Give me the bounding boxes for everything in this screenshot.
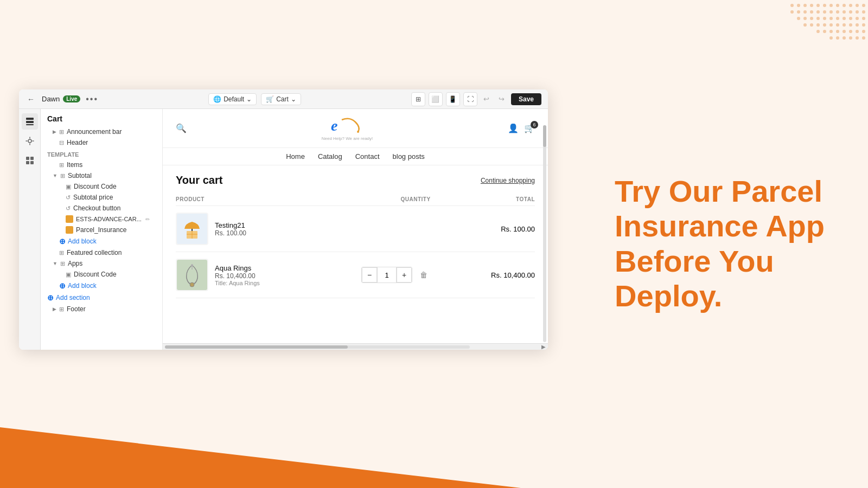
apps-icon[interactable] bbox=[22, 152, 38, 169]
horizontal-scrollbar: ▶ bbox=[163, 343, 548, 350]
cart-icon[interactable]: 🛒 6 bbox=[524, 123, 535, 133]
cart-dropdown[interactable]: 🛒 Cart ⌄ bbox=[261, 93, 301, 105]
svg-point-8 bbox=[843, 4, 846, 7]
sidebar-item-checkout-button[interactable]: ↺ Checkout button bbox=[41, 203, 162, 214]
svg-rect-59 bbox=[26, 118, 34, 120]
left-panel: Cart ▶ ⊞ Announcement bar ⊟ Header Templ… bbox=[41, 109, 163, 350]
sidebar-item-featured-collection[interactable]: ⊞ Featured collection bbox=[41, 247, 162, 258]
store-logo: e Need Help? We are ready! bbox=[322, 115, 373, 141]
sidebar-item-discount-code-subtotal[interactable]: ▣ Discount Code bbox=[41, 181, 162, 192]
svg-point-24 bbox=[797, 17, 800, 20]
add-section-button[interactable]: ⊕ Add section bbox=[41, 292, 162, 304]
store-icons: 👤 🛒 6 bbox=[508, 123, 535, 133]
svg-point-68 bbox=[357, 131, 359, 133]
cart-header: Your cart Continue shopping bbox=[176, 174, 535, 187]
sidebar-item-header[interactable]: ⊟ Header bbox=[41, 137, 162, 148]
h-scrollbar-thumb[interactable] bbox=[165, 345, 348, 349]
scrollbar-thumb[interactable] bbox=[543, 125, 546, 147]
account-icon[interactable]: 👤 bbox=[508, 123, 519, 133]
nav-link-blog[interactable]: blog posts bbox=[393, 152, 425, 160]
cart-item-details-aqua-rings: Aqua Rings Rs. 10,400.00 Title: Aqua Rin… bbox=[215, 264, 260, 286]
scroll-right-arrow[interactable]: ▶ bbox=[541, 344, 546, 350]
svg-point-1 bbox=[797, 4, 800, 7]
sidebar-item-announcement-bar[interactable]: ▶ ⊞ Announcement bar bbox=[41, 126, 162, 137]
qty-increase-button[interactable]: + bbox=[397, 267, 412, 282]
more-menu-button[interactable]: ••• bbox=[86, 94, 98, 104]
store-name-label: Dawn Live bbox=[42, 95, 80, 103]
settings-icon[interactable] bbox=[22, 133, 38, 149]
svg-rect-64 bbox=[30, 157, 34, 160]
svg-point-35 bbox=[803, 23, 807, 27]
sidebar-item-items[interactable]: ⊞ Items bbox=[41, 159, 162, 170]
sidebar-item-discount-code-apps[interactable]: ▣ Discount Code bbox=[41, 269, 162, 280]
chevron-down-icon: ▼ bbox=[53, 173, 58, 178]
cart-item-image-testing21 bbox=[176, 213, 208, 245]
item-price-aqua-rings: Rs. 10,400.00 bbox=[215, 272, 260, 280]
store-nav: 🔍 e Need Help? We are ready! 👤 bbox=[163, 109, 548, 148]
svg-point-26 bbox=[810, 17, 813, 20]
sidebar-item-subtotal-price[interactable]: ↺ Subtotal price bbox=[41, 192, 162, 203]
sidebar-item-parcel-insurance[interactable]: Parcel_Insurance bbox=[41, 224, 162, 235]
svg-point-15 bbox=[810, 10, 813, 14]
nav-link-catalog[interactable]: Catalog bbox=[318, 152, 342, 160]
store-preview: 🔍 e Need Help? We are ready! 👤 bbox=[163, 109, 548, 350]
delete-item-button[interactable]: 🗑 bbox=[420, 271, 427, 279]
item-total-aqua-rings: Rs. 10,400.00 bbox=[470, 271, 535, 279]
store-tagline: Need Help? We are ready! bbox=[322, 136, 373, 141]
svg-point-49 bbox=[843, 30, 846, 33]
nav-link-home[interactable]: Home bbox=[286, 152, 305, 160]
qty-input[interactable] bbox=[377, 267, 397, 282]
nav-link-contact[interactable]: Contact bbox=[355, 152, 380, 160]
cart-item-testing21: Testing21 Rs. 100.00 Rs. 100.00 bbox=[176, 206, 535, 252]
fullscreen-button[interactable]: ⛶ bbox=[463, 92, 477, 106]
announcement-bar-icon: ⊞ bbox=[59, 129, 64, 136]
svg-point-2 bbox=[803, 4, 807, 7]
sidebar-item-footer[interactable]: ▶ ⊞ Footer bbox=[41, 304, 162, 314]
qty-decrease-button[interactable]: − bbox=[362, 267, 377, 282]
svg-point-41 bbox=[843, 23, 846, 27]
redo-button[interactable]: ↪ bbox=[496, 93, 508, 105]
svg-rect-63 bbox=[26, 157, 29, 160]
svg-point-16 bbox=[816, 10, 820, 14]
search-icon[interactable]: 🔍 bbox=[176, 123, 187, 133]
svg-point-47 bbox=[829, 30, 833, 33]
svg-rect-65 bbox=[26, 161, 29, 164]
svg-point-53 bbox=[829, 36, 833, 40]
add-block-apps-button[interactable]: ⊕ Add block bbox=[41, 280, 162, 292]
plus-apps-icon: ⊕ bbox=[59, 281, 66, 290]
add-block-subtotal-button[interactable]: ⊕ Add block bbox=[41, 235, 162, 247]
mobile-view-button[interactable]: 📱 bbox=[446, 92, 460, 106]
svg-point-50 bbox=[849, 30, 852, 33]
svg-point-43 bbox=[856, 23, 859, 27]
svg-point-10 bbox=[856, 4, 859, 7]
svg-point-57 bbox=[856, 36, 859, 40]
chevron-right-icon: ▶ bbox=[53, 129, 56, 134]
svg-point-39 bbox=[829, 23, 833, 27]
save-button[interactable]: Save bbox=[511, 93, 541, 105]
svg-point-3 bbox=[810, 4, 813, 7]
undo-button[interactable]: ↩ bbox=[481, 93, 493, 105]
svg-point-7 bbox=[836, 4, 839, 7]
svg-point-22 bbox=[856, 10, 859, 14]
panel-title: Cart bbox=[41, 109, 162, 126]
default-dropdown[interactable]: 🌐 Default ⌄ bbox=[208, 93, 257, 105]
back-button[interactable]: ← bbox=[25, 94, 36, 105]
desktop-view-button[interactable]: ⊞ bbox=[411, 92, 425, 106]
svg-point-34 bbox=[862, 17, 865, 20]
plus-icon: ⊕ bbox=[59, 237, 66, 246]
svg-point-48 bbox=[836, 30, 839, 33]
svg-point-4 bbox=[816, 4, 820, 7]
app-block-parcel-icon bbox=[66, 226, 73, 234]
dots-decoration: // Will be rendered via SVG circles bbox=[781, 0, 868, 43]
sections-icon[interactable] bbox=[22, 113, 38, 130]
sidebar-item-apps[interactable]: ▼ ⊞ Apps bbox=[41, 258, 162, 269]
item-total-testing21: Rs. 100.00 bbox=[470, 225, 535, 233]
continue-shopping-link[interactable]: Continue shopping bbox=[481, 177, 535, 184]
svg-point-21 bbox=[849, 10, 852, 14]
svg-point-40 bbox=[836, 23, 839, 27]
svg-text:e: e bbox=[331, 117, 337, 134]
sidebar-item-subtotal[interactable]: ▼ ⊞ Subtotal bbox=[41, 170, 162, 181]
tablet-view-button[interactable]: ⬜ bbox=[429, 92, 443, 106]
edit-icon[interactable]: ✏ bbox=[145, 216, 150, 222]
sidebar-item-ests-app[interactable]: ESTS-ADVANCE-CAR... ✏ bbox=[41, 214, 162, 224]
